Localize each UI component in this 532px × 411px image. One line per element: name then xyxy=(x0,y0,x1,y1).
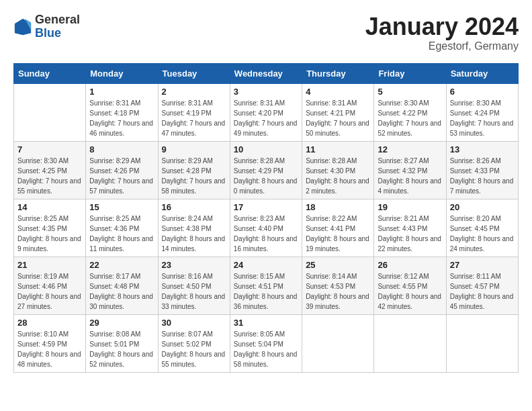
daylight-text: Daylight: 7 hours and 47 minutes. xyxy=(162,118,226,138)
calendar-header-row: SundayMondayTuesdayWednesdayThursdayFrid… xyxy=(14,63,519,83)
sunset-text: Sunset: 4:59 PM xyxy=(17,339,82,349)
day-number: 11 xyxy=(306,144,370,154)
sunset-text: Sunset: 4:21 PM xyxy=(306,108,370,118)
calendar-cell: 9 Sunrise: 8:29 AM Sunset: 4:28 PM Dayli… xyxy=(158,141,230,199)
logo: General Blue xyxy=(13,13,80,40)
calendar-cell: 11 Sunrise: 8:28 AM Sunset: 4:30 PM Dayl… xyxy=(302,141,374,199)
calendar-week-row: 21 Sunrise: 8:19 AM Sunset: 4:46 PM Dayl… xyxy=(14,257,519,314)
sunset-text: Sunset: 4:20 PM xyxy=(234,108,298,118)
day-number: 25 xyxy=(306,260,370,270)
calendar-cell: 1 Sunrise: 8:31 AM Sunset: 4:18 PM Dayli… xyxy=(86,83,158,141)
month-title: January 2024 xyxy=(365,13,519,40)
sunset-text: Sunset: 4:36 PM xyxy=(89,224,154,234)
day-info: Sunrise: 8:20 AM Sunset: 4:45 PM Dayligh… xyxy=(450,214,515,254)
day-info: Sunrise: 8:21 AM Sunset: 4:43 PM Dayligh… xyxy=(378,214,442,254)
calendar-week-row: 14 Sunrise: 8:25 AM Sunset: 4:35 PM Dayl… xyxy=(14,199,519,257)
calendar-cell: 12 Sunrise: 8:27 AM Sunset: 4:32 PM Dayl… xyxy=(374,141,446,199)
sunset-text: Sunset: 4:40 PM xyxy=(234,224,298,234)
day-info: Sunrise: 8:14 AM Sunset: 4:53 PM Dayligh… xyxy=(306,271,370,312)
day-info: Sunrise: 8:30 AM Sunset: 4:25 PM Dayligh… xyxy=(17,156,82,196)
calendar-cell: 31 Sunrise: 8:05 AM Sunset: 5:04 PM Dayl… xyxy=(230,314,302,372)
day-info: Sunrise: 8:22 AM Sunset: 4:41 PM Dayligh… xyxy=(306,214,370,254)
day-info: Sunrise: 8:07 AM Sunset: 5:02 PM Dayligh… xyxy=(162,329,226,369)
day-info: Sunrise: 8:12 AM Sunset: 4:55 PM Dayligh… xyxy=(378,271,442,312)
calendar-cell xyxy=(14,83,86,141)
daylight-text: Daylight: 7 hours and 49 minutes. xyxy=(234,118,298,138)
day-header-friday: Friday xyxy=(374,63,446,83)
sunrise-text: Sunrise: 8:23 AM xyxy=(234,214,298,224)
sunset-text: Sunset: 4:53 PM xyxy=(306,281,370,291)
calendar-cell: 19 Sunrise: 8:21 AM Sunset: 4:43 PM Dayl… xyxy=(374,199,446,257)
daylight-text: Daylight: 8 hours and 22 minutes. xyxy=(378,234,442,254)
day-header-saturday: Saturday xyxy=(446,63,518,83)
daylight-text: Daylight: 8 hours and 0 minutes. xyxy=(234,176,298,196)
calendar-cell: 15 Sunrise: 8:25 AM Sunset: 4:36 PM Dayl… xyxy=(86,199,158,257)
calendar-cell xyxy=(374,314,446,372)
sunset-text: Sunset: 4:32 PM xyxy=(378,166,442,176)
sunrise-text: Sunrise: 8:31 AM xyxy=(162,98,226,108)
day-info: Sunrise: 8:29 AM Sunset: 4:28 PM Dayligh… xyxy=(162,156,226,196)
day-number: 10 xyxy=(234,144,298,154)
day-number: 12 xyxy=(378,144,442,154)
sunset-text: Sunset: 4:33 PM xyxy=(450,166,515,176)
calendar-week-row: 28 Sunrise: 8:10 AM Sunset: 4:59 PM Dayl… xyxy=(14,314,519,372)
day-number: 6 xyxy=(450,87,515,97)
daylight-text: Daylight: 7 hours and 58 minutes. xyxy=(162,176,226,196)
calendar-cell: 7 Sunrise: 8:30 AM Sunset: 4:25 PM Dayli… xyxy=(14,141,86,199)
calendar-cell xyxy=(446,314,518,372)
sunset-text: Sunset: 4:57 PM xyxy=(450,281,515,291)
calendar-cell: 8 Sunrise: 8:29 AM Sunset: 4:26 PM Dayli… xyxy=(86,141,158,199)
day-info: Sunrise: 8:28 AM Sunset: 4:30 PM Dayligh… xyxy=(306,156,370,196)
sunset-text: Sunset: 5:01 PM xyxy=(89,339,154,349)
sunrise-text: Sunrise: 8:19 AM xyxy=(17,271,82,281)
sunrise-text: Sunrise: 8:31 AM xyxy=(234,98,298,108)
sunset-text: Sunset: 4:18 PM xyxy=(89,108,154,118)
sunset-text: Sunset: 5:02 PM xyxy=(162,339,226,349)
sunrise-text: Sunrise: 8:11 AM xyxy=(450,271,515,281)
day-number: 30 xyxy=(162,318,226,328)
sunset-text: Sunset: 4:24 PM xyxy=(450,108,515,118)
day-number: 3 xyxy=(234,87,298,97)
sunset-text: Sunset: 4:41 PM xyxy=(306,224,370,234)
sunset-text: Sunset: 4:55 PM xyxy=(378,281,442,291)
daylight-text: Daylight: 7 hours and 50 minutes. xyxy=(306,118,370,138)
sunrise-text: Sunrise: 8:25 AM xyxy=(17,214,82,224)
day-info: Sunrise: 8:31 AM Sunset: 4:21 PM Dayligh… xyxy=(306,98,370,138)
calendar-cell: 10 Sunrise: 8:28 AM Sunset: 4:29 PM Dayl… xyxy=(230,141,302,199)
day-info: Sunrise: 8:28 AM Sunset: 4:29 PM Dayligh… xyxy=(234,156,298,196)
daylight-text: Daylight: 8 hours and 11 minutes. xyxy=(89,234,154,254)
day-info: Sunrise: 8:24 AM Sunset: 4:38 PM Dayligh… xyxy=(162,214,226,254)
daylight-text: Daylight: 8 hours and 2 minutes. xyxy=(306,176,370,196)
sunrise-text: Sunrise: 8:29 AM xyxy=(89,156,154,166)
day-number: 31 xyxy=(234,318,298,328)
calendar-cell: 21 Sunrise: 8:19 AM Sunset: 4:46 PM Dayl… xyxy=(14,257,86,314)
day-info: Sunrise: 8:31 AM Sunset: 4:19 PM Dayligh… xyxy=(162,98,226,138)
day-number: 28 xyxy=(17,318,82,328)
calendar-cell: 29 Sunrise: 8:08 AM Sunset: 5:01 PM Dayl… xyxy=(86,314,158,372)
day-header-monday: Monday xyxy=(86,63,158,83)
daylight-text: Daylight: 8 hours and 45 minutes. xyxy=(450,291,515,312)
sunset-text: Sunset: 4:19 PM xyxy=(162,108,226,118)
calendar-cell: 30 Sunrise: 8:07 AM Sunset: 5:02 PM Dayl… xyxy=(158,314,230,372)
daylight-text: Daylight: 8 hours and 55 minutes. xyxy=(162,349,226,369)
calendar-cell: 5 Sunrise: 8:30 AM Sunset: 4:22 PM Dayli… xyxy=(374,83,446,141)
day-number: 9 xyxy=(162,144,226,154)
daylight-text: Daylight: 8 hours and 48 minutes. xyxy=(17,349,82,369)
calendar-cell: 16 Sunrise: 8:24 AM Sunset: 4:38 PM Dayl… xyxy=(158,199,230,257)
day-number: 14 xyxy=(17,202,82,212)
day-number: 16 xyxy=(162,202,226,212)
sunrise-text: Sunrise: 8:07 AM xyxy=(162,329,226,339)
day-number: 1 xyxy=(89,87,154,97)
daylight-text: Daylight: 7 hours and 53 minutes. xyxy=(450,118,515,138)
calendar-week-row: 7 Sunrise: 8:30 AM Sunset: 4:25 PM Dayli… xyxy=(14,141,519,199)
calendar-cell: 26 Sunrise: 8:12 AM Sunset: 4:55 PM Dayl… xyxy=(374,257,446,314)
calendar-cell: 23 Sunrise: 8:16 AM Sunset: 4:50 PM Dayl… xyxy=(158,257,230,314)
location-title: Egestorf, Germany xyxy=(365,40,519,52)
sunrise-text: Sunrise: 8:31 AM xyxy=(89,98,154,108)
sunset-text: Sunset: 4:28 PM xyxy=(162,166,226,176)
day-info: Sunrise: 8:26 AM Sunset: 4:33 PM Dayligh… xyxy=(450,156,515,196)
day-info: Sunrise: 8:27 AM Sunset: 4:32 PM Dayligh… xyxy=(378,156,442,196)
day-number: 20 xyxy=(450,202,515,212)
day-header-tuesday: Tuesday xyxy=(158,63,230,83)
daylight-text: Daylight: 7 hours and 46 minutes. xyxy=(89,118,154,138)
